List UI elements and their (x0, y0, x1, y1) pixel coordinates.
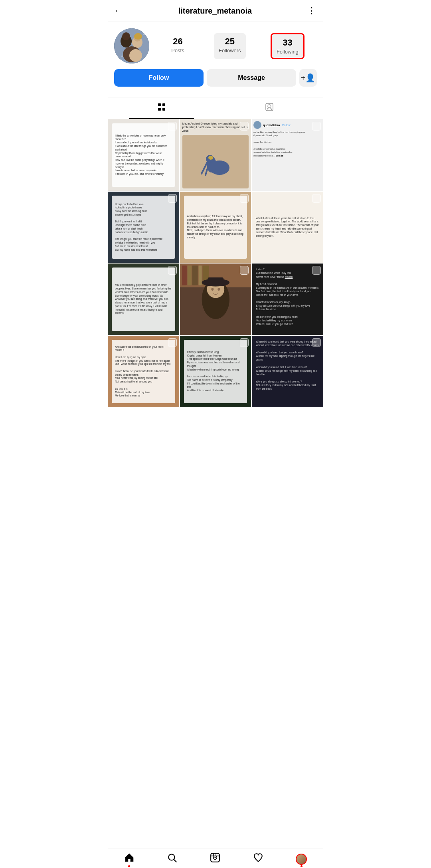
followers-count: 25 (225, 36, 235, 47)
grid-item-10[interactable]: And adore the beautiful lines on your fa… (108, 336, 179, 407)
svg-rect-30 (198, 266, 202, 285)
grid-item-4[interactable]: I keep our forbidden love locked in a ph… (108, 192, 179, 263)
svg-point-11 (121, 55, 123, 57)
follow-button[interactable]: Follow (114, 69, 204, 87)
svg-rect-15 (162, 108, 165, 111)
profile-top: 26 Posts 25 Followers 33 Following (114, 28, 317, 63)
username-title: literature_metanoia (178, 6, 252, 16)
back-button[interactable]: ← (114, 6, 123, 16)
svg-point-21 (208, 156, 213, 160)
tab-grid[interactable] (108, 97, 216, 119)
grid-item-12[interactable]: When did you found that you were strong … (252, 336, 323, 407)
stat-followers[interactable]: 25 Followers (214, 33, 246, 59)
svg-point-37 (217, 288, 220, 291)
followers-label: Followers (219, 48, 241, 54)
grid-item-1[interactable]: I think the whole idea of love was never… (108, 119, 179, 191)
person-tag-icon (265, 102, 274, 114)
grid-item-11[interactable]: It finally rained after so long Crystal … (180, 336, 251, 407)
stat-posts[interactable]: 26 Posts (166, 33, 189, 59)
profile-section: 26 Posts 25 Followers 33 Following Follo… (108, 22, 323, 93)
svg-rect-35 (208, 277, 223, 285)
grid-item-8[interactable] (180, 264, 251, 335)
grid-icon (157, 102, 166, 114)
stat-following[interactable]: 33 Following (271, 33, 304, 59)
add-friend-button[interactable]: +👤 (299, 69, 317, 87)
svg-rect-27 (182, 266, 187, 285)
grid-item-5[interactable]: And when everything felt too heavy on my… (180, 192, 251, 263)
stats-row: 26 Posts 25 Followers 33 Following (154, 33, 317, 59)
grid-item-9[interactable]: took off But believe me when I say this … (252, 264, 323, 335)
posts-label: Posts (171, 48, 184, 54)
svg-point-6 (134, 33, 142, 40)
grid-item-2[interactable]: Me, in Ancient Greece, tying my sandals … (180, 119, 251, 191)
svg-point-36 (211, 288, 214, 291)
svg-rect-14 (158, 108, 161, 111)
svg-point-10 (143, 34, 145, 35)
grid-item-3[interactable]: quovadisbro Follow es be like: saying th… (252, 119, 323, 191)
posts-count: 26 (173, 36, 182, 47)
add-friend-icon: +👤 (301, 73, 316, 83)
following-label: Following (277, 49, 299, 55)
svg-rect-12 (158, 103, 161, 106)
tab-bar (108, 97, 323, 119)
message-button[interactable]: Message (207, 69, 296, 87)
svg-point-8 (129, 49, 142, 62)
grid-item-6[interactable]: What if after all these years I'm still … (252, 192, 323, 263)
avatar[interactable] (114, 28, 149, 63)
photo-grid: I think the whole idea of love was never… (108, 119, 323, 407)
action-buttons: Follow Message +👤 (114, 69, 317, 90)
svg-rect-28 (188, 266, 192, 285)
svg-point-17 (268, 105, 271, 108)
header: ← literature_metanoia ⋮ (108, 0, 323, 22)
tab-tagged[interactable] (216, 97, 323, 119)
following-count: 33 (283, 38, 292, 48)
svg-point-9 (117, 31, 119, 34)
svg-rect-29 (192, 266, 198, 285)
grid-item-7[interactable]: You unexpectedly play different roles in… (108, 264, 179, 335)
more-options-button[interactable]: ⋮ (307, 6, 317, 16)
svg-rect-13 (162, 103, 165, 106)
svg-point-3 (122, 32, 130, 40)
